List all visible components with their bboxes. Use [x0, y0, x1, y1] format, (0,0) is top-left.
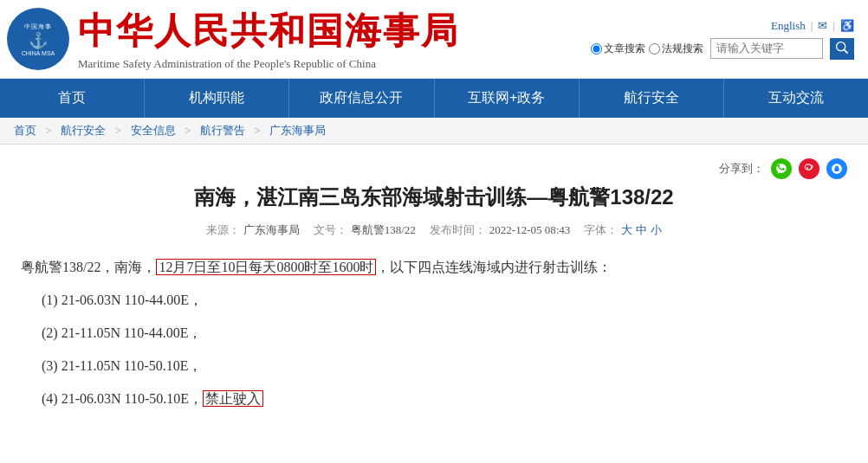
body-prefix: 粤航警138/22，南海， [21, 260, 156, 274]
breadcrumb-sep3: > [182, 124, 194, 137]
article-body: 粤航警138/22，南海，12月7日至10日每天0800时至1600时，以下四点… [21, 254, 847, 413]
search-button[interactable] [830, 38, 854, 60]
site-title-block: 中华人民共和国海事局 Maritime Safety Administratio… [78, 7, 459, 71]
nav-organization[interactable]: 机构职能 [145, 79, 289, 118]
article-meta: 来源： 广东海事局 文号： 粤航警138/22 发布时间： 2022-12-05… [21, 222, 847, 238]
coord-3: (3) 21-11.05N 110-50.10E， [42, 352, 847, 380]
coord4-prefix: (4) 21-06.03N 110-50.10E， [42, 391, 203, 406]
nav-interaction[interactable]: 互动交流 [724, 79, 868, 118]
header-links: English | ✉ | ♿ [771, 19, 854, 33]
share-bar: 分享到： [21, 158, 847, 179]
site-title-cn: 中华人民共和国海事局 [78, 7, 459, 55]
coord-1: (1) 21-06.03N 110-44.00E， [42, 286, 847, 314]
coord-2: (2) 21-11.05N 110-44.00E， [42, 319, 847, 347]
main-nav: 首页 机构职能 政府信息公开 互联网+政务 航行安全 互动交流 [0, 79, 868, 118]
search-radio-group: 文章搜索 法规搜索 [591, 42, 703, 56]
share-wechat-icon[interactable] [771, 158, 792, 179]
breadcrumb-sep2: > [113, 124, 125, 137]
radio-article[interactable]: 文章搜索 [591, 42, 645, 56]
mail-icon[interactable]: ✉ [818, 19, 827, 33]
font-mid[interactable]: 中 [636, 222, 647, 238]
breadcrumb-nav-warning[interactable]: 航行警告 [200, 124, 245, 137]
font-small[interactable]: 小 [651, 222, 662, 238]
nav-home[interactable]: 首页 [0, 79, 145, 118]
share-label: 分享到： [719, 161, 764, 177]
logo-text: 中国海事 ⚓ CHINA MSA [22, 23, 55, 56]
article-title: 南海，湛江南三岛东部海域射击训练—粤航警138/22 [21, 183, 847, 212]
header: 中国海事 ⚓ CHINA MSA 中华人民共和国海事局 Maritime Saf… [0, 0, 868, 79]
breadcrumb-safety-info[interactable]: 安全信息 [131, 124, 176, 137]
breadcrumb-sep4: > [251, 124, 263, 137]
meta-docno: 文号： 粤航警138/22 [314, 222, 416, 238]
logo-area: 中国海事 ⚓ CHINA MSA 中华人民共和国海事局 Maritime Saf… [7, 7, 459, 71]
breadcrumb-sep1: > [42, 124, 55, 137]
nav-internet-plus[interactable]: 互联网+政务 [435, 79, 580, 118]
search-bar: 文章搜索 法规搜索 [591, 38, 854, 60]
highlight-ban: 禁止驶入 [203, 390, 263, 407]
search-icon [836, 42, 848, 54]
font-large[interactable]: 大 [621, 222, 632, 238]
share-qq-icon[interactable] [826, 158, 847, 179]
sep1: | [811, 19, 813, 33]
nav-nav-safety[interactable]: 航行安全 [580, 79, 724, 118]
header-right: English | ✉ | ♿ 文章搜索 法规搜索 [591, 19, 854, 60]
body-suffix: ，以下四点连线海域内进行射击训练： [376, 260, 612, 274]
article-content: 分享到： 南海，湛江南三岛东部海域射击训练—粤航警138/22 来源： 广东海事… [0, 145, 868, 439]
nav-gov-info[interactable]: 政府信息公开 [289, 79, 434, 118]
meta-source: 来源： 广东海事局 [206, 222, 300, 238]
site-title-en: Maritime Safety Administration of the Pe… [78, 57, 459, 71]
breadcrumb: 首页 > 航行安全 > 安全信息 > 航行警告 > 广东海事局 [0, 118, 868, 145]
breadcrumb-gd-msa[interactable]: 广东海事局 [269, 124, 326, 137]
breadcrumb-nav-safety[interactable]: 航行安全 [61, 124, 106, 137]
share-weibo-icon[interactable] [799, 158, 819, 179]
radio-law[interactable]: 法规搜索 [649, 42, 703, 56]
meta-font-control: 字体： 大 中 小 [584, 222, 662, 238]
english-link[interactable]: English [771, 19, 806, 33]
article-para-1: 粤航警138/22，南海，12月7日至10日每天0800时至1600时，以下四点… [21, 254, 847, 281]
highlight-date: 12月7日至10日每天0800时至1600时 [156, 259, 376, 275]
accessibility-icon[interactable]: ♿ [840, 19, 854, 33]
meta-pubtime: 发布时间： 2022-12-05 08:43 [430, 222, 571, 238]
coord-4: (4) 21-06.03N 110-50.10E，禁止驶入 [42, 385, 847, 413]
sep2: | [832, 19, 835, 33]
logo-icon: 中国海事 ⚓ CHINA MSA [7, 8, 69, 70]
search-input[interactable] [710, 38, 823, 59]
breadcrumb-home[interactable]: 首页 [14, 124, 36, 137]
